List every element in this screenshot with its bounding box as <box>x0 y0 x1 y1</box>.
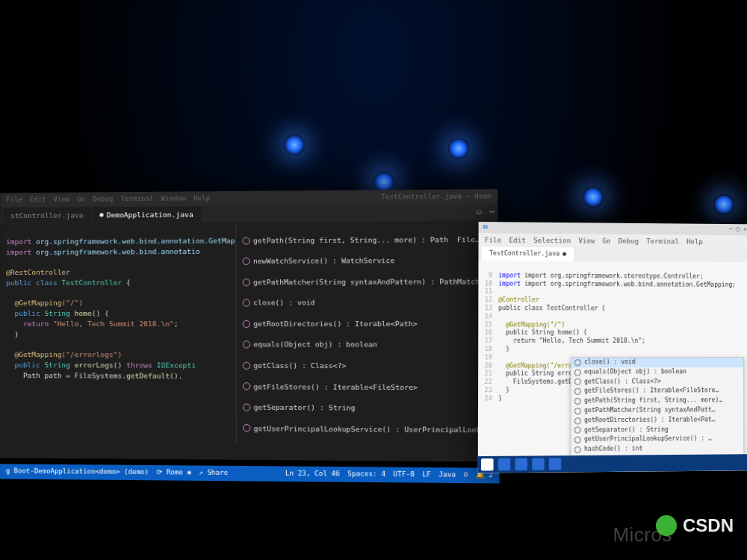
suggestion-item[interactable]: getSeparator() : String <box>253 402 355 414</box>
suggestion-item[interactable]: getRootDirectories() : Iterable<Pat… <box>584 416 716 425</box>
window-title: TestController.java — demo <box>381 191 492 202</box>
taskbar-item[interactable] <box>549 458 561 470</box>
status-branch[interactable]: ⟳ Rome ✱ <box>156 468 191 479</box>
suggestion-item[interactable]: getPathMatcher(String syntaxAndPatt… <box>584 406 715 415</box>
method-icon <box>574 388 581 395</box>
suggestion-item[interactable]: close() : void <box>584 358 636 367</box>
csdn-watermark: CSDN <box>656 515 734 536</box>
suggestion-item[interactable]: equals(Object obj) : boolean <box>253 340 377 350</box>
menu-item[interactable]: Selection <box>533 236 571 246</box>
menu-item[interactable]: Debug <box>619 237 639 246</box>
suggestion-item[interactable]: hashCode() : int <box>584 445 642 454</box>
suggestion-item[interactable]: getUserPrincipalLookupService() : … <box>584 435 712 444</box>
status-eol[interactable]: LF <box>422 470 430 481</box>
menu-item[interactable]: File <box>485 235 501 245</box>
status-share[interactable]: ↗ Share <box>199 468 228 479</box>
menu-item[interactable]: Terminal <box>646 237 679 246</box>
tab-demoapplication[interactable]: DemoApplication.java <box>93 206 201 223</box>
method-icon <box>243 383 250 391</box>
method-icon <box>574 359 581 366</box>
taskbar-item[interactable] <box>532 458 544 470</box>
taskbar-item[interactable] <box>515 458 527 470</box>
menu-item[interactable]: View <box>53 195 69 205</box>
feedback-icon[interactable]: ☺ <box>464 470 468 481</box>
window-controls[interactable]: — ▢ ✕ <box>729 225 747 234</box>
menu-item[interactable]: View <box>578 236 595 245</box>
method-icon <box>574 427 581 434</box>
stage-spotlight <box>448 138 469 159</box>
suggestion-item[interactable]: close() : void <box>253 298 315 308</box>
method-icon <box>243 362 250 370</box>
method-icon <box>574 437 581 444</box>
vscode-dark-window: File Edit View Go Debug Terminal Window … <box>0 189 499 461</box>
method-icon <box>243 258 250 265</box>
stage-spotlight <box>284 134 305 155</box>
suggestion-item[interactable]: getPathMatcher(String syntaxAndPattern) … <box>253 276 489 287</box>
stage-spotlight <box>583 187 604 208</box>
tab-testcontroller[interactable]: stController.java <box>3 207 90 223</box>
method-icon <box>574 408 581 414</box>
stage-spotlight <box>713 194 734 215</box>
menu-item[interactable]: Debug <box>93 194 113 204</box>
method-icon <box>574 369 581 376</box>
suggestion-item[interactable]: equals(Object obj) : boolean <box>584 368 686 376</box>
method-icon <box>243 404 250 411</box>
status-language[interactable]: Java <box>438 470 456 481</box>
suggestion-item[interactable]: getPath(String first, String... more)… <box>584 396 722 405</box>
suggestion-item[interactable]: getFileStores() : Iterable<FileStore… <box>584 388 719 396</box>
taskbar-item[interactable] <box>498 458 511 470</box>
method-icon <box>574 447 581 453</box>
split-editor-icon[interactable]: ▭ <box>477 206 482 218</box>
suggestion-item[interactable]: getSeparator() : String <box>584 426 669 435</box>
suggestion-item[interactable]: getUserPrincipalLookupService() : UserPr… <box>253 423 498 435</box>
menu-item[interactable]: Go <box>603 236 611 245</box>
method-icon <box>243 424 250 432</box>
menu-item[interactable]: Edit <box>509 235 526 244</box>
suggestion-item[interactable]: newWatchService() : WatchService <box>253 255 394 267</box>
intellisense-popup[interactable]: getPath(String first, String... more) : … <box>235 220 499 446</box>
menu-item[interactable]: Window <box>161 193 186 203</box>
method-icon <box>243 279 250 286</box>
method-icon <box>574 379 581 385</box>
method-icon <box>242 237 249 244</box>
menu-item[interactable]: Help <box>686 237 703 246</box>
status-encoding[interactable]: UTF-8 <box>394 470 415 480</box>
menu-item[interactable]: Terminal <box>121 194 154 204</box>
method-icon <box>574 417 581 424</box>
code-editor-left[interactable]: import org.springframework.web.bind.anno… <box>0 222 236 444</box>
more-icon[interactable]: ⋯ <box>489 206 495 218</box>
vscode-icon: ⧉ <box>483 223 488 231</box>
tab-testcontroller[interactable]: TestController.java ● <box>482 247 574 261</box>
windows-taskbar[interactable] <box>478 454 747 473</box>
vscode-light-window: ⧉ — ▢ ✕ File Edit Selection View Go Debu… <box>478 222 747 473</box>
method-icon <box>574 398 581 405</box>
method-icon <box>243 299 250 307</box>
status-cursor[interactable]: Ln 23, Col 46 <box>285 469 340 479</box>
menu-item[interactable]: Edit <box>30 195 46 205</box>
menu-item[interactable]: Go <box>77 194 85 204</box>
menu-item[interactable]: Help <box>193 193 210 203</box>
start-button[interactable] <box>481 458 494 471</box>
wechat-icon <box>656 515 677 536</box>
suggestion-item[interactable]: getRootDirectories() : Iterable<Path> <box>253 319 418 329</box>
suggestion-item[interactable]: getFileStores() : Iterable<FileStore> <box>253 382 418 393</box>
suggestion-item[interactable]: hashCode() : int <box>254 444 325 446</box>
method-icon <box>243 341 250 349</box>
status-app[interactable]: g Boot-DemoApplication<demo> (demo) <box>6 467 149 478</box>
suggestion-item[interactable]: getPath(String first, String... more) : … <box>253 234 480 246</box>
method-icon <box>243 320 250 328</box>
suggestion-item[interactable]: getClass() : Class<?> <box>584 378 661 386</box>
suggestion-item[interactable]: getClass() : Class<?> <box>253 361 346 371</box>
unsaved-dot-icon <box>100 213 104 217</box>
editor-tabs: TestController.java ● <box>478 247 747 263</box>
menu-item[interactable]: File <box>6 195 22 205</box>
status-spaces[interactable]: Spaces: 4 <box>347 470 385 480</box>
